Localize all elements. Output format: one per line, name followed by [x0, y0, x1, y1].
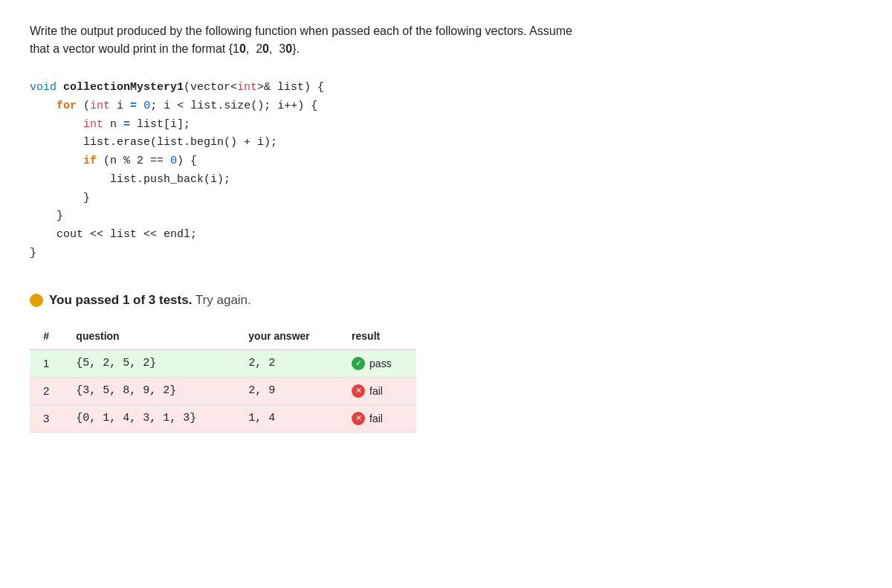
- code-line-1: void collectionMystery1(vector<int>& lis…: [30, 79, 862, 97]
- row-num: 1: [30, 349, 62, 377]
- result-label: fail: [369, 413, 383, 424]
- result-label: pass: [369, 358, 392, 369]
- code-line-3: int n = list[i];: [30, 116, 862, 135]
- row-answer: 2, 9: [235, 377, 338, 404]
- code-line-6: list.push_back(i);: [30, 171, 862, 190]
- row-num: 3: [30, 404, 62, 432]
- col-header-result: result: [338, 323, 416, 350]
- fail-icon: ✕: [352, 384, 365, 398]
- result-section: You passed 1 of 3 tests. Try again. # qu…: [30, 293, 862, 433]
- col-header-question: question: [62, 323, 235, 350]
- fail-icon: ✕: [352, 412, 365, 425]
- code-line-2: for (int i = 0; i < list.size(); i++) {: [30, 97, 862, 116]
- table-row: 1 {5, 2, 5, 2} 2, 2 ✓ pass: [30, 349, 416, 377]
- row-answer: 1, 4: [235, 404, 338, 432]
- code-line-10: }: [30, 245, 862, 263]
- table-row: 3 {0, 1, 4, 3, 1, 3} 1, 4 ✕ fail: [30, 404, 416, 432]
- desc-line1: Write the output produced by the followi…: [30, 22, 624, 40]
- code-line-7: }: [30, 190, 862, 208]
- row-question: {5, 2, 5, 2}: [62, 349, 235, 377]
- code-line-9: cout << list << endl;: [30, 226, 862, 245]
- result-label: fail: [369, 385, 383, 397]
- row-question: {3, 5, 8, 9, 2}: [62, 377, 235, 404]
- description: Write the output produced by the followi…: [30, 22, 624, 58]
- desc-line2: that a vector would print in the format …: [30, 40, 624, 58]
- code-line-5: if (n % 2 == 0) {: [30, 152, 862, 171]
- row-answer: 2, 2: [235, 349, 338, 377]
- pass-icon: ✓: [352, 357, 365, 370]
- status-dot: [30, 294, 43, 307]
- table-header-row: # question your answer result: [30, 323, 416, 350]
- status-normal: Try again.: [192, 293, 251, 307]
- code-block: void collectionMystery1(vector<int>& lis…: [30, 79, 862, 263]
- code-line-4: list.erase(list.begin() + i);: [30, 134, 862, 152]
- status-message: You passed 1 of 3 tests. Try again.: [49, 293, 251, 308]
- col-header-answer: your answer: [235, 323, 338, 350]
- col-header-num: #: [30, 323, 62, 350]
- status-line: You passed 1 of 3 tests. Try again.: [30, 293, 862, 308]
- row-question: {0, 1, 4, 3, 1, 3}: [62, 404, 235, 432]
- table-row: 2 {3, 5, 8, 9, 2} 2, 9 ✕ fail: [30, 377, 416, 404]
- row-result: ✕ fail: [338, 404, 416, 432]
- row-result: ✕ fail: [338, 377, 416, 404]
- row-result: ✓ pass: [338, 349, 416, 377]
- code-line-8: }: [30, 207, 862, 226]
- row-num: 2: [30, 377, 62, 404]
- results-table: # question your answer result 1 {5, 2, 5…: [30, 323, 416, 433]
- status-bold: You passed 1 of 3 tests.: [49, 293, 192, 307]
